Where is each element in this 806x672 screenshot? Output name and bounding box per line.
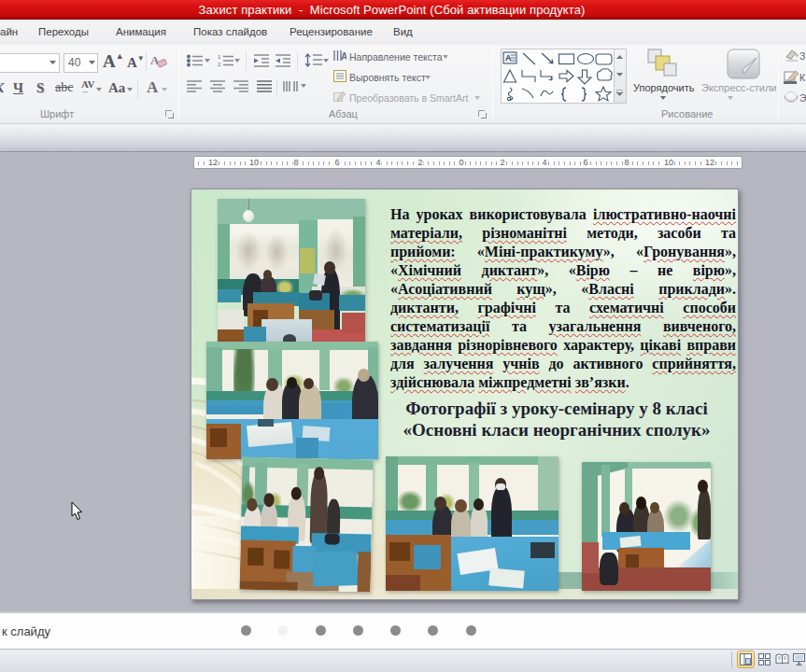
svg-text:2: 2	[218, 62, 221, 67]
svg-text:1: 1	[218, 54, 221, 60]
svg-text:А: А	[341, 51, 346, 62]
svg-text:A: A	[505, 53, 512, 63]
